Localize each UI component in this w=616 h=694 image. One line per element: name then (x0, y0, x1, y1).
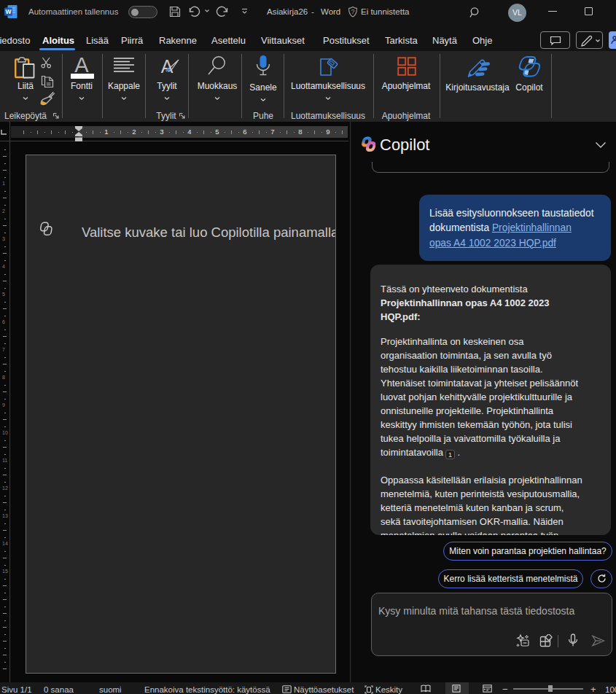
svg-text:?: ? (351, 8, 354, 15)
svg-text:W: W (5, 8, 12, 15)
svg-text:A: A (74, 55, 89, 77)
